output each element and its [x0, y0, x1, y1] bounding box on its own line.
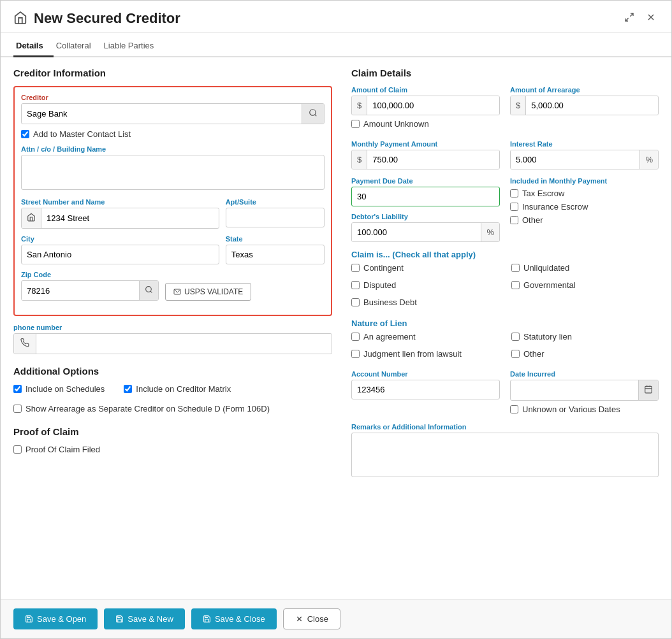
- debtors-liability-input-wrapper: %: [351, 222, 500, 242]
- close-button[interactable]: [643, 10, 659, 27]
- tab-details[interactable]: Details: [13, 36, 54, 57]
- account-number-col: Account Number: [351, 370, 500, 418]
- amounts-row: Amount of Claim $ Amount Unknown Amount …: [351, 86, 659, 133]
- dollar-sign-arrearage: $: [511, 96, 526, 115]
- creditor-input[interactable]: [22, 104, 302, 123]
- claim-details-title: Claim Details: [351, 68, 659, 78]
- other-lien-checkbox[interactable]: [511, 350, 520, 358]
- zip-search-button[interactable]: [139, 281, 158, 300]
- modal-controls: [622, 10, 659, 27]
- insurance-escrow-checkbox[interactable]: [510, 203, 518, 211]
- creditor-info-title: Creditor Information: [13, 68, 332, 78]
- monthly-payment-input[interactable]: [367, 150, 499, 169]
- svg-line-7: [150, 291, 152, 292]
- amount-of-arrearage-label: Amount of Arrearage: [510, 86, 659, 94]
- unknown-dates-checkbox[interactable]: [510, 405, 518, 413]
- apt-input[interactable]: [226, 208, 325, 227]
- amount-unknown-checkbox[interactable]: [351, 120, 360, 128]
- tabs-container: Details Collateral Liable Parties: [1, 36, 671, 57]
- disputed-checkbox[interactable]: [351, 281, 360, 289]
- amount-of-claim-label: Amount of Claim: [351, 86, 500, 94]
- amount-unknown-item: Amount Unknown: [351, 119, 500, 129]
- other-included-item: Other: [510, 215, 659, 225]
- creditor-input-wrapper: [21, 103, 325, 124]
- city-input[interactable]: [21, 245, 219, 264]
- add-to-master-label: Add to Master Contact List: [33, 129, 131, 139]
- an-agreement-checkbox[interactable]: [351, 333, 360, 341]
- insurance-escrow-label: Insurance Escrow: [522, 202, 588, 212]
- amount-of-arrearage-input[interactable]: [526, 96, 658, 115]
- attn-input[interactable]: [21, 155, 325, 190]
- amount-unknown-label: Amount Unknown: [363, 119, 429, 129]
- tab-collateral[interactable]: Collateral: [54, 36, 101, 57]
- monthly-payment-input-wrapper: $: [351, 150, 500, 169]
- insurance-escrow-item: Insurance Escrow: [510, 202, 659, 212]
- tax-escrow-checkbox[interactable]: [510, 189, 518, 197]
- calendar-button[interactable]: [638, 380, 658, 400]
- street-input[interactable]: [41, 209, 219, 227]
- include-creditor-matrix-item: Include on Creditor Matrix: [124, 384, 231, 394]
- governmental-checkbox[interactable]: [511, 281, 520, 289]
- disputed-item: Disputed: [351, 280, 499, 290]
- contingent-checkbox[interactable]: [351, 264, 360, 272]
- other-included-checkbox[interactable]: [510, 216, 518, 224]
- add-to-master-row: Add to Master Contact List: [21, 129, 325, 139]
- proof-of-claim-title: Proof of Claim: [13, 426, 332, 437]
- tab-liable-parties[interactable]: Liable Parties: [101, 36, 164, 57]
- add-to-master-checkbox[interactable]: [21, 130, 29, 138]
- attn-label: Attn / c/o / Building Name: [21, 145, 325, 153]
- zip-label: Zip Code: [21, 271, 159, 278]
- phone-label: phone number: [13, 324, 332, 331]
- claim-is-section: Claim is... (Check all that apply) Conti…: [351, 250, 659, 311]
- svg-line-5: [315, 115, 317, 117]
- svg-rect-9: [645, 386, 652, 393]
- phone-input[interactable]: [36, 334, 332, 353]
- zip-input-wrapper: [21, 280, 159, 301]
- state-input[interactable]: [226, 245, 325, 264]
- creditor-search-button[interactable]: [302, 104, 324, 124]
- monthly-payment-col: Monthly Payment Amount $: [351, 140, 500, 169]
- zip-input[interactable]: [22, 282, 139, 300]
- show-arrearage-checkbox[interactable]: [13, 405, 22, 413]
- dollar-sign-claim: $: [352, 96, 367, 115]
- contingent-item: Contingent: [351, 263, 499, 273]
- save-new-button[interactable]: Save & New: [104, 608, 185, 629]
- statutory-lien-checkbox[interactable]: [511, 333, 520, 341]
- home-icon: [13, 11, 27, 27]
- creditor-label: Creditor: [21, 94, 325, 101]
- remarks-textarea[interactable]: [351, 433, 659, 477]
- business-debt-checkbox[interactable]: [351, 298, 360, 306]
- interest-rate-input-wrapper: %: [510, 150, 659, 169]
- title-area: New Secured Creditor: [13, 10, 180, 27]
- amount-of-claim-input[interactable]: [367, 96, 499, 115]
- street-input-wrapper: [21, 208, 219, 229]
- include-creditor-matrix-checkbox[interactable]: [124, 385, 132, 393]
- debtors-liability-input[interactable]: [352, 223, 481, 241]
- unliquidated-label: Unliquidated: [523, 263, 569, 273]
- save-open-button[interactable]: Save & Open: [13, 608, 98, 629]
- date-incurred-label: Date Incurred: [510, 370, 659, 378]
- unliquidated-checkbox[interactable]: [511, 264, 520, 272]
- monthly-payment-label: Monthly Payment Amount: [351, 140, 500, 148]
- account-number-label: Account Number: [351, 370, 500, 378]
- percent-sign: %: [639, 150, 658, 169]
- account-number-input[interactable]: [351, 380, 500, 399]
- date-incurred-input[interactable]: [511, 381, 638, 399]
- expand-button[interactable]: [622, 10, 637, 27]
- account-date-row: Account Number Date Incurred: [351, 370, 659, 418]
- business-debt-item: Business Debt: [351, 298, 499, 307]
- interest-rate-input[interactable]: [511, 150, 639, 169]
- save-close-button[interactable]: Save & Close: [191, 608, 277, 629]
- statutory-lien-item: Statutory lien: [511, 332, 659, 341]
- street-home-icon: [22, 208, 41, 228]
- proof-of-claim-filed-checkbox[interactable]: [13, 445, 22, 454]
- additional-options-section: Additional Options Include on Schedules …: [13, 366, 332, 413]
- percent-sign-liability: %: [481, 223, 499, 241]
- close-footer-button[interactable]: Close: [283, 608, 340, 629]
- usps-validate-button[interactable]: USPS VALIDATE: [165, 283, 251, 301]
- include-schedules-checkbox[interactable]: [13, 385, 22, 393]
- payment-due-input[interactable]: [351, 187, 500, 206]
- left-panel: Creditor Information Creditor Add to Mas…: [13, 68, 332, 589]
- judgment-lien-checkbox[interactable]: [351, 350, 360, 358]
- svg-line-0: [630, 13, 633, 17]
